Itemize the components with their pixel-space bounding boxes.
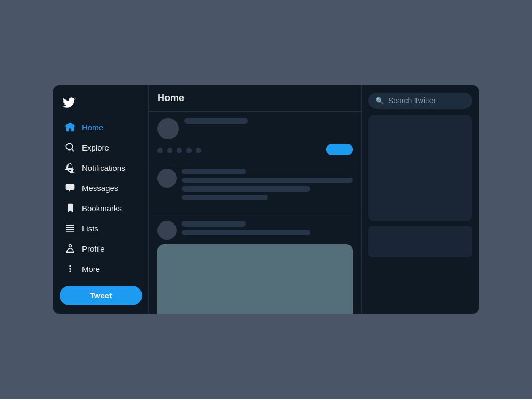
sidebar-item-bookmarks-label: Bookmarks xyxy=(82,204,122,213)
skeleton-line-2a xyxy=(182,178,353,183)
follow-button-1[interactable] xyxy=(326,144,353,155)
twitter-logo xyxy=(60,94,79,111)
tweet-card-2 xyxy=(149,162,361,214)
skeleton-name-2 xyxy=(182,169,246,174)
sidebar-item-home[interactable]: Home xyxy=(60,118,142,137)
dot-3 xyxy=(177,148,182,153)
sidebar-item-lists-label: Lists xyxy=(82,224,98,233)
lists-icon xyxy=(65,223,76,234)
sidebar: Home Explore Notifications xyxy=(53,85,149,314)
search-box[interactable]: 🔍 Search Twitter xyxy=(368,93,472,109)
dot-1 xyxy=(157,148,163,153)
sidebar-item-profile-label: Profile xyxy=(82,244,105,253)
sidebar-item-messages[interactable]: Messages xyxy=(60,178,142,197)
sidebar-item-lists[interactable]: Lists xyxy=(60,219,142,238)
sidebar-item-notifications-label: Notifications xyxy=(82,163,126,172)
skeleton-line-2b xyxy=(182,186,310,192)
dot-2 xyxy=(167,148,172,153)
sidebar-item-explore-label: Explore xyxy=(82,143,109,152)
tweet-content-3 xyxy=(182,221,353,238)
search-placeholder: Search Twitter xyxy=(388,96,436,105)
tweet-content-2 xyxy=(182,169,353,203)
dot-5 xyxy=(196,148,201,153)
skeleton-line-3a xyxy=(182,230,310,235)
tweet-content-1 xyxy=(184,118,353,127)
feed-header: Home xyxy=(149,85,361,112)
right-skeleton-small xyxy=(368,226,472,257)
tweet-top-2 xyxy=(157,169,353,203)
tweet-button[interactable]: Tweet xyxy=(60,286,142,305)
messages-icon xyxy=(65,182,76,193)
app-window: Home Explore Notifications xyxy=(53,85,479,314)
tweet-top-1 xyxy=(157,118,353,139)
avatar-3 xyxy=(157,221,177,240)
skeleton-line-2c xyxy=(182,195,268,200)
tweet-dots-row-1 xyxy=(157,144,353,155)
home-icon xyxy=(65,122,76,132)
explore-icon xyxy=(65,142,76,153)
bookmark-icon xyxy=(65,203,76,213)
sidebar-item-more-label: More xyxy=(82,264,100,273)
tweet-image-3 xyxy=(157,244,353,314)
profile-icon xyxy=(65,243,76,254)
sidebar-item-messages-label: Messages xyxy=(82,184,118,193)
bell-icon xyxy=(65,162,76,173)
skeleton-name-1 xyxy=(184,118,248,124)
sidebar-item-bookmarks[interactable]: Bookmarks xyxy=(60,198,142,218)
right-panel: 🔍 Search Twitter xyxy=(362,85,479,314)
tweet-card-3 xyxy=(149,214,361,314)
skeleton-dots-1 xyxy=(157,148,201,153)
right-skeleton-main xyxy=(368,115,472,221)
dot-4 xyxy=(186,148,192,153)
sidebar-item-notifications[interactable]: Notifications xyxy=(60,158,142,177)
skeleton-name-3 xyxy=(182,221,246,227)
feed-title: Home xyxy=(157,93,184,103)
tweet-top-3 xyxy=(157,221,353,240)
sidebar-item-profile[interactable]: Profile xyxy=(60,239,142,258)
sidebar-item-more[interactable]: More xyxy=(60,259,142,278)
sidebar-item-explore[interactable]: Explore xyxy=(60,138,142,157)
tweet-card-1 xyxy=(149,112,361,162)
main-feed: Home xyxy=(149,85,362,314)
search-icon: 🔍 xyxy=(376,97,384,105)
avatar-1 xyxy=(157,118,179,139)
sidebar-item-home-label: Home xyxy=(82,123,103,132)
more-icon xyxy=(65,263,76,274)
avatar-2 xyxy=(157,169,177,188)
